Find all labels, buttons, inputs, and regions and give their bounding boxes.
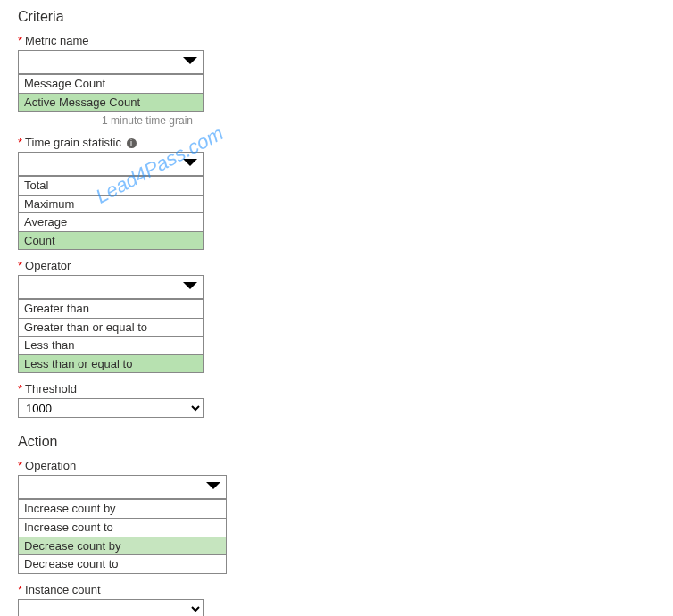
threshold-label: *Threshold (18, 382, 655, 395)
operation-text: Operation (25, 459, 76, 472)
metric-helper-text: 1 minute time grain (102, 114, 655, 127)
operator-label: *Operator (18, 259, 655, 272)
svg-marker-3 (206, 482, 220, 489)
svg-marker-0 (183, 57, 197, 64)
timegrain-option[interactable]: Total (19, 176, 203, 195)
required-asterisk: * (18, 459, 22, 472)
threshold-text: Threshold (25, 382, 77, 395)
chevron-down-icon (183, 159, 197, 168)
metric-option[interactable]: Message Count (19, 74, 203, 93)
instancecount-label: *Instance count (18, 583, 655, 596)
instancecount-select[interactable] (18, 599, 204, 616)
metric-name-label: *Metric name (18, 34, 655, 47)
required-asterisk: * (18, 259, 22, 272)
svg-marker-1 (183, 159, 197, 166)
operator-option[interactable]: Greater than or equal to (19, 318, 203, 337)
operation-option[interactable]: Increase count to (19, 518, 226, 537)
metric-name-text: Metric name (25, 34, 89, 47)
operation-label: *Operation (18, 459, 655, 472)
operation-option[interactable]: Increase count by (19, 499, 226, 518)
metric-name-dropdown[interactable]: Message Count Active Message Count (18, 50, 204, 112)
chevron-down-icon (183, 282, 197, 291)
metric-name-selected[interactable] (19, 51, 203, 74)
info-icon[interactable]: i (127, 138, 137, 148)
chevron-down-icon (183, 57, 197, 66)
operator-dropdown[interactable]: Greater than Greater than or equal to Le… (18, 275, 204, 373)
required-asterisk: * (18, 136, 22, 149)
operation-dropdown[interactable]: Increase count by Increase count to Decr… (18, 475, 227, 573)
metric-option[interactable]: Active Message Count (19, 93, 203, 112)
operation-option[interactable]: Decrease count by (19, 537, 226, 555)
action-heading: Action (18, 434, 655, 450)
chevron-down-icon (206, 482, 220, 491)
required-asterisk: * (18, 583, 22, 596)
timegrain-text: Time grain statistic (25, 136, 121, 149)
required-asterisk: * (18, 382, 22, 395)
svg-marker-2 (183, 282, 197, 289)
operation-selected[interactable] (19, 476, 226, 499)
timegrain-option[interactable]: Maximum (19, 195, 203, 213)
operation-option[interactable]: Decrease count to (19, 554, 226, 573)
threshold-select[interactable]: 1000 (18, 398, 204, 418)
operator-option[interactable]: Less than or equal to (19, 354, 203, 373)
timegrain-option[interactable]: Count (19, 231, 203, 250)
timegrain-selected[interactable] (19, 153, 203, 176)
timegrain-label: *Time grain statistic i (18, 136, 655, 149)
operator-text: Operator (25, 259, 71, 272)
timegrain-option[interactable]: Average (19, 212, 203, 231)
timegrain-dropdown[interactable]: Total Maximum Average Count (18, 152, 204, 250)
instancecount-text: Instance count (25, 583, 101, 596)
operator-selected[interactable] (19, 276, 203, 299)
criteria-heading: Criteria (18, 9, 655, 25)
operator-option[interactable]: Less than (19, 336, 203, 354)
operator-option[interactable]: Greater than (19, 299, 203, 318)
required-asterisk: * (18, 34, 22, 47)
